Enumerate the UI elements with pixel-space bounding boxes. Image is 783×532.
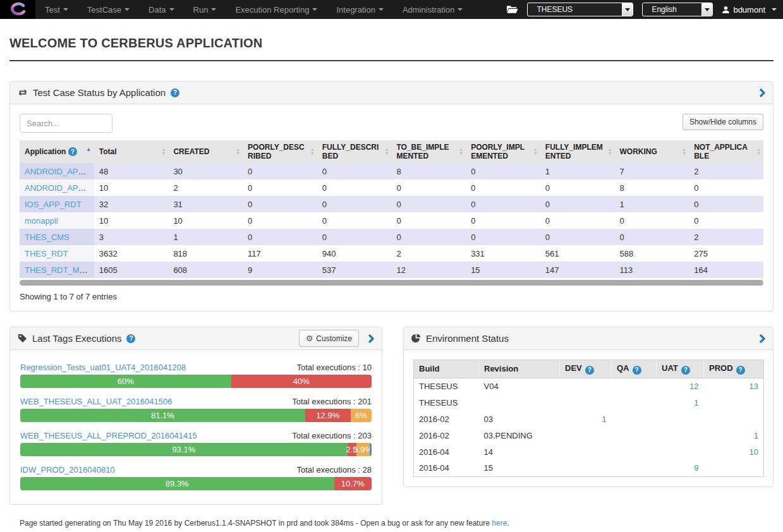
env-table-row: 2016-02031 — [414, 411, 764, 427]
column-header-fully_implemented[interactable]: FULLY_IMPLEMENTED▲▼ — [540, 140, 615, 163]
sort-icon[interactable]: ▲▼ — [459, 148, 463, 155]
env-column-label: Revision — [484, 364, 518, 373]
system-select-arrow-icon[interactable] — [622, 3, 633, 16]
revision-cell: 03.PENDING — [479, 427, 560, 444]
customize-button[interactable]: ⚙Customize — [299, 330, 359, 347]
chevron-right-icon[interactable] — [759, 88, 765, 97]
user-icon — [722, 6, 730, 14]
application-link[interactable]: THES_RDT — [25, 249, 68, 258]
system-select-value: THESEUS — [528, 5, 579, 14]
sort-icon[interactable]: ▲▼ — [310, 148, 315, 155]
testcase-status-panel: Test Case Status by Application ? Show/H… — [9, 81, 774, 311]
value-cell: 0 — [243, 229, 317, 245]
customize-button-label: Customize — [316, 334, 352, 343]
tag-link[interactable]: IDW_PROD_2016040810 — [20, 465, 115, 475]
application-link[interactable]: ANDROID_APP_RDT — [25, 167, 94, 176]
environment-panel-heading: Environment Status — [404, 327, 773, 350]
env-count-cell — [612, 378, 657, 394]
value-cell: 0 — [615, 212, 689, 229]
menu-item-administration[interactable]: Administration — [393, 0, 472, 19]
help-icon[interactable]: ? — [736, 366, 745, 375]
value-cell: 608 — [168, 262, 243, 278]
value-cell: 1605 — [94, 262, 169, 278]
column-header-application[interactable]: Application ?▲ — [20, 140, 94, 163]
table-row: THES_RDT_MOB160560895371215147113164 — [20, 262, 763, 278]
show-hide-columns-button[interactable]: Show/Hide columns — [683, 114, 763, 130]
footer-here-link[interactable]: here — [492, 519, 507, 528]
value-cell: 113 — [615, 262, 689, 278]
env-table-row: THESEUS1 — [414, 394, 764, 411]
segment-label: 10.7% — [341, 479, 365, 488]
menu-item-data[interactable]: Data — [139, 0, 183, 19]
column-header-not_applicable[interactable]: NOT_APPLICABLE▲▼ — [689, 140, 763, 163]
column-header-working[interactable]: WORKING▲▼ — [615, 140, 689, 163]
column-label: FULLY_DESCRIBED — [322, 143, 379, 160]
sort-icon[interactable]: ▲▼ — [533, 148, 538, 155]
sort-icon[interactable]: ▲▼ — [385, 148, 389, 155]
env-count-link[interactable]: 13 — [750, 382, 758, 391]
env-count-link[interactable]: 10 — [750, 447, 758, 457]
sort-desc-arrow: ▼ — [682, 152, 686, 155]
folder-icon[interactable] — [506, 4, 518, 15]
value-cell: 2 — [391, 245, 466, 262]
env-count-cell — [560, 378, 612, 394]
help-icon[interactable]: ? — [126, 334, 135, 343]
execution-progress-bar: 81.1%12.9%6% — [20, 409, 372, 422]
help-icon[interactable]: ? — [681, 366, 690, 375]
chevron-right-icon[interactable] — [368, 334, 374, 343]
sort-icon[interactable]: ▲▼ — [161, 148, 166, 155]
application-link[interactable]: monappli — [25, 216, 58, 226]
help-icon[interactable]: ? — [585, 366, 594, 375]
help-icon[interactable]: ? — [68, 147, 77, 156]
sort-asc-icon[interactable]: ▲ — [86, 147, 92, 152]
menu-item-test[interactable]: Test — [35, 0, 78, 19]
tag-link[interactable]: WEB_THESEUS_ALL_PREPROD_2016041415 — [20, 431, 197, 440]
cerberus-logo[interactable] — [0, 0, 35, 19]
language-select-arrow-icon[interactable] — [701, 3, 712, 16]
column-label: NOT_APPLICABLE — [694, 143, 748, 160]
tag-link[interactable]: WEB_THESEUS_ALL_UAT_2016041506 — [20, 397, 172, 406]
language-select[interactable]: English — [642, 3, 713, 16]
menu-item-testcase[interactable]: TestCase — [78, 0, 139, 19]
application-link[interactable]: ANDROID_APP_R... — [25, 183, 94, 193]
column-header-poorly_described[interactable]: POORLY_DESCRIBED▲▼ — [243, 140, 317, 163]
sort-icon[interactable]: ▲▼ — [756, 148, 761, 155]
application-cell: monappli — [20, 212, 94, 229]
value-cell: 0 — [317, 212, 392, 229]
column-header-total[interactable]: Total▲▼ — [94, 140, 169, 163]
application-link[interactable]: THES_RDT_MOB — [25, 265, 91, 275]
chevron-right-icon[interactable] — [759, 334, 765, 343]
env-count-cell — [657, 444, 704, 460]
column-header-to_be_implemented[interactable]: TO_BE_IMPLEMENTED▲▼ — [391, 140, 466, 163]
env-count-link[interactable]: 1 — [602, 414, 606, 424]
user-menu[interactable]: bdumont — [722, 5, 777, 15]
menu-item-execution-reporting[interactable]: Execution Reporting — [226, 0, 327, 19]
menu-item-run[interactable]: Run — [184, 0, 226, 19]
search-input[interactable] — [20, 114, 112, 133]
sort-icon[interactable]: ▲▼ — [236, 148, 240, 155]
sort-icon[interactable]: ▲▼ — [682, 148, 686, 155]
value-cell: 0 — [243, 212, 317, 229]
sort-icon[interactable]: ▲▼ — [608, 148, 612, 155]
progress-segment-red: 10.7% — [334, 477, 372, 490]
env-count-link[interactable]: 1 — [754, 431, 758, 440]
env-count-cell — [704, 460, 764, 476]
tag-link[interactable]: Regression_Tests_uat01_UAT4_2016041208 — [20, 363, 186, 372]
help-icon[interactable]: ? — [171, 88, 179, 97]
horizontal-scrollbar[interactable] — [20, 280, 763, 286]
application-cell: IOS_APP_RDT — [20, 196, 94, 212]
env-count-cell: 1 — [560, 411, 612, 427]
column-header-poorly_implemented[interactable]: POORLY_IMPLEMENTED▲▼ — [466, 140, 540, 163]
env-count-link[interactable]: 1 — [694, 398, 698, 408]
menu-item-integration[interactable]: Integration — [327, 0, 392, 19]
application-link[interactable]: IOS_APP_RDT — [25, 200, 82, 209]
env-count-link[interactable]: 12 — [689, 382, 698, 391]
env-count-link[interactable]: 9 — [694, 463, 698, 473]
application-link[interactable]: THES_CMS — [25, 233, 70, 242]
column-header-fully_described[interactable]: FULLY_DESCRIBED▲▼ — [317, 140, 392, 163]
value-cell: 0 — [243, 196, 317, 212]
system-select[interactable]: THESEUS — [527, 3, 633, 16]
column-header-created[interactable]: CREATED▲▼ — [168, 140, 243, 163]
menu-item-label: Integration — [336, 5, 375, 15]
help-icon[interactable]: ? — [633, 366, 641, 375]
